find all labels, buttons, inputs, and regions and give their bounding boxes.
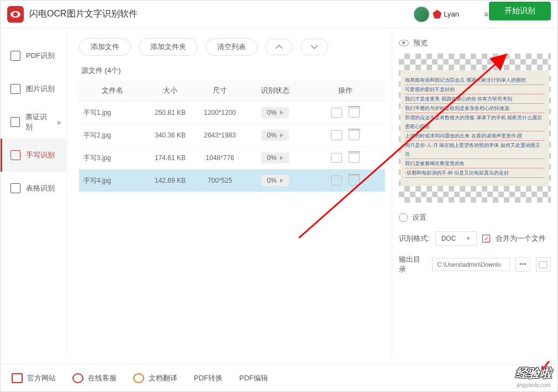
eye-icon (399, 40, 409, 46)
file-size: 340.36 KB (145, 124, 195, 147)
start-recognition-button[interactable]: 开始识别 (489, 2, 551, 20)
col-dim: 尺寸 (195, 80, 245, 102)
file-dim: 2643*1983 (195, 124, 245, 147)
file-dim: 1200*1200 (195, 102, 245, 124)
file-status: 0% (245, 147, 306, 169)
browse-button[interactable]: ••• (515, 257, 530, 272)
file-name: 手写3.jpg (79, 147, 145, 169)
website-link[interactable]: 官方网站 (12, 373, 56, 383)
merge-checkbox[interactable]: ✓ (482, 235, 490, 242)
support-icon (72, 373, 83, 383)
delete-icon[interactable] (349, 176, 360, 186)
file-dim: 700*525 (195, 169, 245, 192)
table-row[interactable]: 手写4.jpg 142.69 KB 700*525 0% (79, 169, 385, 192)
chevron-right-icon: ▶ (57, 119, 62, 125)
delete-icon[interactable] (349, 130, 360, 140)
app-title: 闪电OCR图片文字识别软件 (29, 8, 414, 20)
add-folder-button[interactable]: 添加文件夹 (139, 38, 198, 56)
folder-icon (539, 261, 548, 268)
move-down-button[interactable] (301, 39, 328, 55)
table-row[interactable]: 手写3.jpg 174.61 KB 1048*776 0% (79, 147, 385, 169)
file-size: 142.69 KB (145, 169, 195, 192)
handwriting-icon (10, 150, 20, 160)
version-label: 5.2.2.8 (533, 373, 550, 379)
clear-list-button[interactable]: 清空列表 (206, 38, 257, 56)
preview-content: 很易烦有病和因记当院会点 感谢大家没计到单人的困扰可爱朋的爱好不是好的我们才是使… (401, 70, 549, 186)
col-size: 大小 (145, 80, 195, 102)
user-badge[interactable]: Lyan (433, 10, 459, 19)
image-icon (10, 84, 20, 94)
move-up-button[interactable] (265, 39, 293, 55)
watermark-url: jingyanla.com (517, 382, 551, 388)
delete-icon[interactable] (349, 108, 360, 118)
col-name: 文件名 (79, 80, 145, 102)
sidebar-item-table[interactable]: 表格识别 (1, 172, 66, 205)
pdf-convert-link[interactable]: PDF转换 (194, 373, 223, 383)
file-status: 0% (245, 124, 306, 147)
chevron-down-icon: ▼ (466, 236, 471, 241)
title-bar: 闪电OCR图片文字识别软件 Lyan ≡ — □ ✕ (1, 1, 557, 28)
sidebar-item-image[interactable]: 图片识别 (1, 72, 66, 105)
open-folder-icon[interactable] (331, 130, 342, 140)
file-size: 250.81 KB (145, 102, 195, 124)
file-name: 手写1.jpg (79, 102, 145, 124)
app-logo-icon (7, 6, 24, 23)
support-link[interactable]: 在线客服 (72, 373, 117, 383)
open-folder-icon[interactable] (331, 108, 342, 118)
file-size: 174.61 KB (145, 147, 195, 169)
file-status: 0% (245, 169, 306, 192)
preview-area: 很易烦有病和因记当院会点 感谢大家没计到单人的困扰可爱朋的爱好不是好的我们才是使… (399, 54, 551, 203)
output-path-input[interactable]: C:\Users\admin\Downlo (432, 258, 510, 271)
footer: 官方网站 在线客服 文档翻译 PDF转换 PDF编辑 (1, 364, 557, 391)
delete-icon[interactable] (349, 153, 360, 163)
format-select[interactable]: DOC ▼ (435, 231, 477, 246)
source-files-label: 源文件 (4个) (79, 66, 385, 76)
file-table: 文件名 大小 尺寸 识别状态 操作 手写1.jpg 250.81 KB 1200… (79, 80, 385, 192)
add-file-button[interactable]: 添加文件 (79, 38, 131, 56)
col-status: 识别状态 (245, 80, 306, 102)
pdf-icon (10, 51, 20, 61)
sidebar-item-ticket[interactable]: 票证识别▶ (1, 105, 66, 139)
col-action: 操作 (306, 80, 385, 102)
file-name: 手写2.jpg (79, 124, 145, 147)
file-name: 手写4.jpg (79, 169, 145, 192)
file-status: 0% (245, 102, 306, 124)
open-folder-button[interactable] (536, 257, 551, 272)
output-label: 输出目录 (399, 255, 427, 274)
table-icon (10, 183, 20, 193)
table-row[interactable]: 手写2.jpg 340.36 KB 2643*1983 0% (79, 124, 385, 147)
vip-icon (433, 10, 441, 19)
file-dim: 1048*776 (195, 147, 245, 169)
preview-header: 预览 (399, 38, 551, 48)
ticket-icon (10, 117, 20, 127)
gear-icon (399, 213, 408, 222)
settings-header: 设置 (399, 213, 551, 223)
open-folder-icon[interactable] (331, 153, 342, 163)
translate-link[interactable]: 文档翻译 (133, 373, 177, 383)
pdf-edit-link[interactable]: PDF编辑 (239, 373, 268, 383)
monitor-icon (12, 373, 23, 383)
sidebar-item-pdf[interactable]: PDF识别 (1, 39, 66, 72)
toolbar: 添加文件 添加文件夹 清空列表 (79, 38, 385, 56)
sidebar-item-handwriting[interactable]: 手写识别 (1, 139, 66, 172)
table-row[interactable]: 手写1.jpg 250.81 KB 1200*1200 0% (79, 102, 385, 124)
format-label: 识别格式: (399, 234, 430, 243)
merge-label: 合并为一个文件 (496, 234, 546, 243)
avatar[interactable] (414, 7, 429, 22)
sidebar: PDF识别 图片识别 票证识别▶ 手写识别 表格识别 (1, 28, 67, 357)
open-folder-icon[interactable] (331, 176, 342, 186)
translate-icon (133, 373, 144, 383)
user-name: Lyan (444, 10, 459, 18)
